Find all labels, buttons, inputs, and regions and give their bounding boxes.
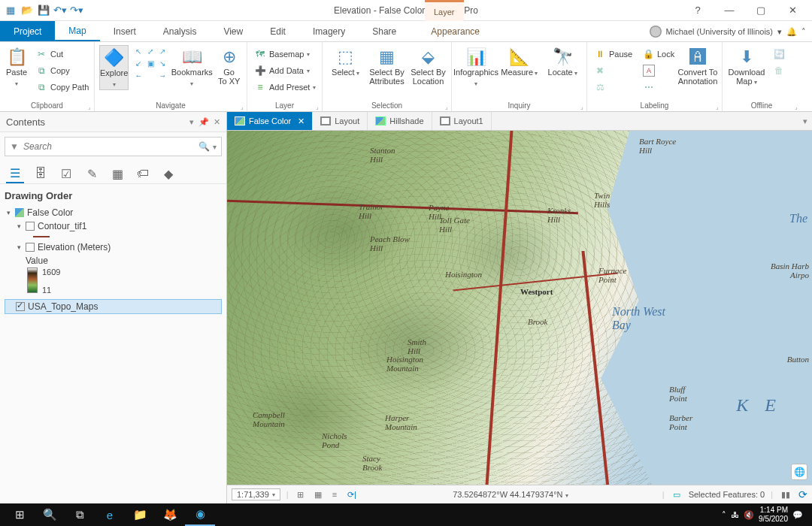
- add-preset-button[interactable]: ≡Add Preset: [252, 80, 318, 95]
- selection-icon[interactable]: ▭: [671, 490, 683, 500]
- label-abc-button[interactable]: A: [641, 63, 674, 78]
- tab-edit[interactable]: Edit: [256, 21, 299, 41]
- basemap-button[interactable]: 🗺Basemap: [252, 47, 318, 62]
- redo-icon[interactable]: ↷▾: [71, 5, 83, 17]
- visibility-checkbox[interactable]: [26, 222, 35, 231]
- go-to-xy-button[interactable]: ⊕ Go To XY: [216, 45, 242, 87]
- nav-arrows[interactable]: ↖⤢↗ ↙▣↘ ←→: [133, 45, 168, 81]
- basemap-layer-row[interactable]: USA_Topo_Maps: [5, 299, 222, 314]
- tab-analysis[interactable]: Analysis: [150, 21, 211, 41]
- tab-share[interactable]: Share: [359, 21, 410, 41]
- visibility-checkbox[interactable]: [26, 243, 35, 252]
- grid-icon[interactable]: ▦: [312, 490, 324, 500]
- list-snapping-icon[interactable]: ▦: [108, 164, 126, 183]
- collapse-ribbon-icon[interactable]: ˄: [801, 27, 806, 37]
- avatar-icon[interactable]: [650, 26, 662, 38]
- filter-icon[interactable]: ▼: [10, 141, 19, 152]
- pane-options-icon[interactable]: ▾: [189, 117, 194, 127]
- search-icon[interactable]: 🔍: [35, 503, 65, 526]
- list-editing-icon[interactable]: ✎: [83, 164, 101, 183]
- minimize-button[interactable]: —: [714, 0, 744, 21]
- search-icon[interactable]: 🔍: [198, 141, 210, 152]
- user-dropdown-icon[interactable]: ▾: [777, 27, 782, 37]
- pause-drawing-icon[interactable]: ▮▮: [779, 490, 792, 500]
- start-button[interactable]: ⊞: [5, 503, 35, 526]
- ie-icon[interactable]: e: [95, 503, 125, 526]
- volume-icon[interactable]: 🔇: [744, 510, 754, 520]
- scale-input[interactable]: 1:71,339▾: [232, 488, 280, 500]
- action-center-icon[interactable]: 💬: [792, 510, 803, 520]
- list-source-icon[interactable]: 🗄: [32, 164, 50, 183]
- infographics-button[interactable]: 📊 Infographics: [456, 45, 495, 89]
- tab-imagery[interactable]: Imagery: [299, 21, 359, 41]
- constraints-icon[interactable]: ≡: [330, 490, 339, 499]
- view-tab-false-color[interactable]: False Color ✕: [227, 112, 313, 130]
- open-project-icon[interactable]: 📂: [21, 5, 33, 17]
- list-drawing-order-icon[interactable]: ☰: [6, 164, 24, 183]
- cut-button[interactable]: ✂Cut: [33, 47, 91, 62]
- elevation-layer-row[interactable]: ▾ Elevation (Meters): [5, 240, 222, 254]
- download-map-button[interactable]: ⬇ Download Map: [727, 45, 766, 87]
- tab-map[interactable]: Map: [55, 21, 99, 41]
- search-options-icon[interactable]: ▾: [213, 143, 217, 151]
- close-view-icon[interactable]: ✕: [298, 116, 304, 126]
- autohide-icon[interactable]: 📌: [198, 117, 209, 127]
- select-button[interactable]: ⬚ Select: [327, 45, 364, 78]
- list-perspective-icon[interactable]: ◆: [159, 164, 177, 183]
- firefox-icon[interactable]: 🦊: [155, 503, 185, 526]
- tray-expand-icon[interactable]: ˄: [722, 510, 726, 520]
- label-weight-button[interactable]: ⚖: [592, 80, 636, 95]
- convert-to-annotation-button[interactable]: 🅰 Convert To Annotation: [678, 45, 717, 87]
- lock-labeling-button[interactable]: 🔒Lock: [641, 47, 674, 62]
- task-view-icon[interactable]: ⧉: [65, 503, 95, 526]
- pause-labeling-button[interactable]: ⏸Pause: [592, 47, 636, 62]
- help-button[interactable]: ?: [683, 0, 713, 21]
- measure-button[interactable]: 📐 Measure: [500, 45, 539, 78]
- select-by-location-button[interactable]: ⬙ Select By Location: [410, 45, 447, 87]
- list-selection-icon[interactable]: ☑: [57, 164, 75, 183]
- tab-view[interactable]: View: [210, 21, 256, 41]
- locate-button[interactable]: 🔭 Locate: [544, 45, 583, 78]
- map-attribution-icon[interactable]: 🌐: [791, 464, 807, 480]
- select-by-attributes-button[interactable]: ▦ Select By Attributes: [368, 45, 405, 87]
- network-icon[interactable]: 🖧: [731, 510, 739, 519]
- map-canvas[interactable]: Stanton Hill Trainor Hill Payne Hill Tol…: [227, 131, 812, 485]
- bookmarks-button[interactable]: 📖 Bookmarks: [172, 45, 211, 89]
- undo-icon[interactable]: ↶▾: [54, 5, 66, 17]
- notifications-icon[interactable]: 🔔: [786, 27, 797, 37]
- arcgis-icon[interactable]: ◉: [185, 503, 215, 526]
- copy-path-button[interactable]: ⧉Copy Path: [33, 80, 91, 95]
- tab-appearance[interactable]: Appearance: [417, 21, 493, 41]
- explorer-icon[interactable]: 📁: [125, 503, 155, 526]
- close-button[interactable]: ✕: [777, 0, 807, 21]
- visibility-checkbox[interactable]: [16, 302, 25, 311]
- copy-button[interactable]: ⧉Copy: [33, 63, 91, 78]
- explore-button[interactable]: 🔷 Explore: [99, 45, 129, 90]
- expand-icon[interactable]: ▾: [15, 243, 23, 251]
- clock[interactable]: 1:14 PM 9/5/2020: [759, 506, 788, 524]
- view-tab-layout1[interactable]: Layout1: [432, 112, 492, 130]
- dynamic-icon[interactable]: ⟳|: [345, 490, 359, 500]
- user-name[interactable]: Michael (University of Illinois): [666, 27, 773, 36]
- list-labeling-icon[interactable]: 🏷: [134, 164, 152, 183]
- snapping-icon[interactable]: ⊞: [295, 490, 306, 500]
- expand-icon[interactable]: ▾: [5, 209, 12, 216]
- label-priority-button[interactable]: ✖: [592, 63, 636, 78]
- coord-format-icon[interactable]: ▾: [565, 492, 568, 499]
- contour-layer-row[interactable]: ▾ Contour_tif1: [5, 219, 222, 233]
- maximize-button[interactable]: ▢: [746, 0, 776, 21]
- coordinates-readout[interactable]: 73.5264872°W 44.1479374°N: [453, 490, 562, 499]
- contents-search[interactable]: ▼ 🔍 ▾: [5, 137, 222, 156]
- search-input[interactable]: [23, 141, 198, 152]
- view-tab-layout[interactable]: Layout: [313, 112, 368, 130]
- add-data-button[interactable]: ➕Add Data: [252, 63, 318, 78]
- refresh-icon[interactable]: ⟳: [798, 488, 807, 500]
- selected-features-readout[interactable]: Selected Features: 0: [689, 490, 765, 499]
- new-project-icon[interactable]: ▦: [5, 5, 17, 17]
- expand-icon[interactable]: ▾: [15, 222, 23, 230]
- save-icon[interactable]: 💾: [38, 5, 50, 17]
- file-tab[interactable]: Project: [0, 21, 55, 41]
- view-tab-menu-icon[interactable]: ▾: [798, 112, 812, 130]
- view-tab-hillshade[interactable]: Hillshade: [368, 112, 432, 130]
- label-more-button[interactable]: ⋯: [641, 80, 674, 95]
